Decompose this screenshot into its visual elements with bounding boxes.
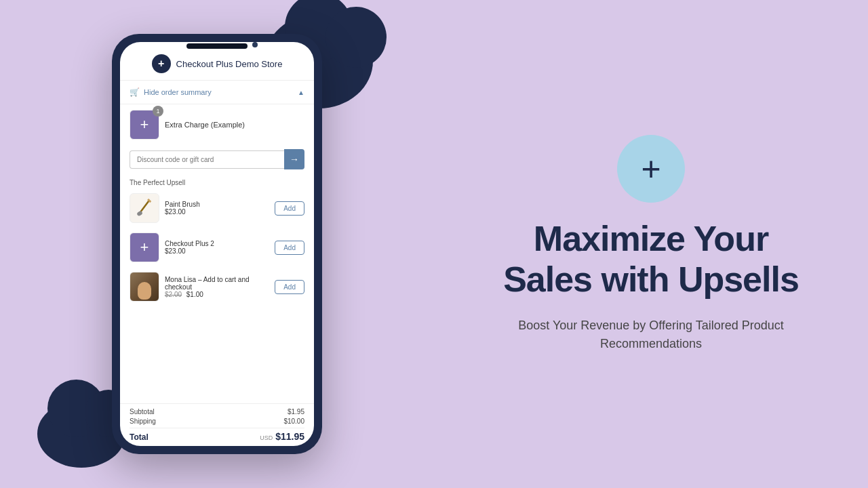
- upsell-image-brush: [130, 193, 159, 223]
- discount-apply-button[interactable]: →: [284, 149, 304, 169]
- cart-product-item: + 1 Extra Charge (Example): [120, 104, 314, 145]
- product-image-wrapper: + 1: [130, 110, 159, 140]
- order-summary-label: Hide order summary: [144, 88, 212, 96]
- headline-line1: Maximize Your: [503, 219, 799, 260]
- subtotal-row: Subtotal $1.95: [130, 408, 304, 415]
- mona-lisa-face: [138, 282, 151, 300]
- upsell-image-mona: [130, 272, 159, 302]
- sub-headline: Boost Your Revenue by Offering Tailored …: [488, 317, 814, 353]
- add-button-mona[interactable]: Add: [275, 280, 304, 294]
- add-button-plus2[interactable]: Add: [275, 241, 304, 255]
- right-panel: + Maximize Your Sales with Upsells Boost…: [434, 0, 868, 488]
- chevron-up-icon: ▲: [298, 89, 304, 96]
- headline-line2: Sales with Upsells: [503, 260, 799, 300]
- total-amount: USD $11.95: [260, 431, 304, 442]
- discount-row: →: [130, 149, 304, 169]
- total-currency: USD: [260, 434, 273, 441]
- upsell-name-brush: Paint Brush: [165, 201, 269, 208]
- phone-screen: + Checkout Plus Demo Store 🛒 Hide order …: [120, 42, 314, 446]
- store-logo: +: [152, 54, 171, 73]
- total-row: Total USD $11.95: [130, 428, 304, 442]
- order-summary-toggle[interactable]: 🛒 Hide order summary ▲: [120, 81, 314, 104]
- phone-notch: [186, 43, 248, 49]
- total-value: $11.95: [275, 431, 304, 442]
- product-badge: 1: [153, 106, 163, 117]
- upsell-name-plus2: Checkout Plus 2: [165, 240, 269, 247]
- upsell-info-brush: Paint Brush $23.00: [165, 201, 269, 216]
- phone-frame: + Checkout Plus Demo Store 🛒 Hide order …: [112, 34, 322, 454]
- product-name: Extra Charge (Example): [165, 121, 304, 129]
- upsell-info-mona: Mona Lisa – Add to cart and checkout $2.…: [165, 276, 269, 298]
- upsell-item-checkout-plus-2: + Checkout Plus 2 $23.00 Add: [130, 230, 304, 265]
- add-button-brush[interactable]: Add: [275, 201, 304, 216]
- right-logo-symbol: +: [641, 149, 660, 188]
- shipping-value: $10.00: [283, 418, 304, 425]
- upsell-price-mona: $2.00 $1.00: [165, 291, 269, 298]
- total-label: Total: [130, 432, 149, 442]
- upsell-image-plus2: +: [130, 232, 159, 262]
- subtotal-value: $1.95: [288, 408, 304, 415]
- upsell-original-price-mona: $2.00: [165, 291, 182, 298]
- upsell-section-title: The Perfect Upsell: [130, 179, 304, 186]
- discount-input[interactable]: [130, 150, 284, 169]
- left-panel: + Checkout Plus Demo Store 🛒 Hide order …: [0, 0, 434, 488]
- upsell-section: The Perfect Upsell Paint Brush $23.00: [120, 175, 314, 403]
- phone-camera: [252, 42, 258, 47]
- upsell-price-brush: $23.00: [165, 208, 269, 216]
- upsell-name-mona: Mona Lisa – Add to cart and checkout: [165, 276, 269, 291]
- cart-icon: 🛒: [130, 87, 140, 97]
- upsell-item-mona-lisa: Mona Lisa – Add to cart and checkout $2.…: [130, 269, 304, 304]
- upsell-item-paint-brush: Paint Brush $23.00 Add: [130, 190, 304, 226]
- upsell-sale-price-mona: $1.00: [186, 291, 203, 298]
- svg-line-0: [140, 201, 149, 212]
- subtotal-label: Subtotal: [130, 408, 155, 415]
- right-logo-circle: +: [617, 135, 685, 203]
- main-headline: Maximize Your Sales with Upsells: [503, 219, 799, 300]
- shipping-row: Shipping $10.00: [130, 418, 304, 425]
- upsell-price-plus2: $23.00: [165, 247, 269, 255]
- shipping-label: Shipping: [130, 418, 156, 425]
- upsell-info-plus2: Checkout Plus 2 $23.00: [165, 240, 269, 255]
- store-name: Checkout Plus Demo Store: [176, 59, 283, 69]
- totals-section: Subtotal $1.95 Shipping $10.00 Total USD…: [120, 403, 314, 446]
